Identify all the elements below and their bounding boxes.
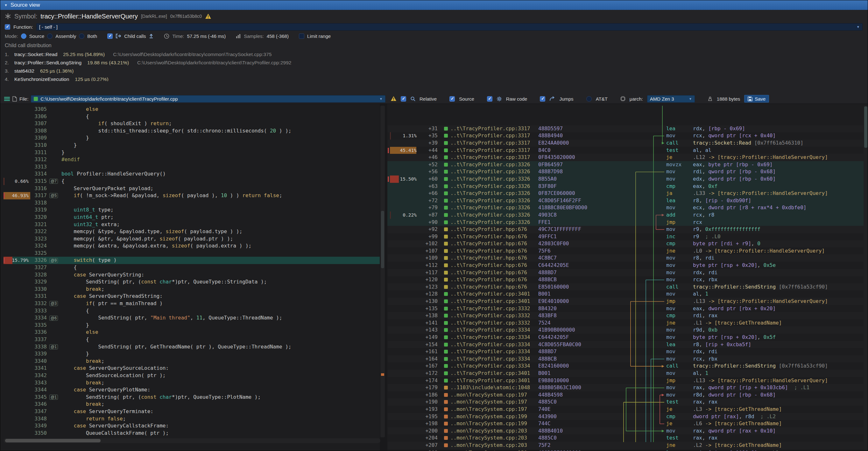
asm-source-location[interactable]: ..t\TracyProfiler.cpp:3401 <box>451 370 535 377</box>
source-line-3336[interactable]: 3336else <box>3 329 380 336</box>
raw-code-checkbox[interactable] <box>487 96 492 101</box>
source-vertical-scrollbar[interactable] <box>380 106 385 437</box>
asm-row-+102[interactable]: +102..t\TracyProfiler.hpp:67642803C0F00c… <box>388 240 864 247</box>
asm-row-+195[interactable]: +195..mon\TracySystem.cpp:199443900cmpdw… <box>388 413 864 420</box>
limit-range-checkbox[interactable] <box>299 33 304 39</box>
asm-row-+79[interactable]: +79..t\TracyProfiler.cpp:3326418B8C80E0B… <box>388 204 864 211</box>
mode-option-source[interactable]: Source <box>29 33 44 39</box>
asm-row-+87[interactable]: 0.22%+87..t\TracyProfiler.cpp:33264903C8… <box>388 211 864 219</box>
source-line-3319[interactable]: 3319uint8_t type; <box>3 206 380 214</box>
source-line-3305[interactable]: 3305else <box>3 106 380 113</box>
source-line-3327[interactable]: 3327{ <box>3 264 380 271</box>
asm-row-+209[interactable]: +209..mon\TracySystem.cpp:258488D35E8861… <box>388 449 864 451</box>
asm-source-location[interactable]: ..t\TracyProfiler.cpp:3326 <box>451 211 535 219</box>
mode-radio-assembly[interactable] <box>47 33 53 39</box>
asm-source-location[interactable]: ..t\TracyProfiler.hpp:676 <box>451 233 535 240</box>
asm-row-+60[interactable]: 15.50%+60..t\TracyProfiler.cpp:33268B55A… <box>388 176 864 183</box>
asm-source-location[interactable]: ..t\TracyProfiler.cpp:3326 <box>451 183 535 190</box>
asm-row-+63[interactable]: +63..t\TracyProfiler.cpp:332683F80Fcmpea… <box>388 183 864 190</box>
asm-row-+190[interactable]: +190..mon\TracySystem.cpp:1974885C0testr… <box>388 398 864 406</box>
asm-row-+204[interactable]: +204..mon\TracySystem.cpp:2034885C0testr… <box>388 434 864 442</box>
child-call-item[interactable]: 2.tracy::Profiler::SendLongString19.88 m… <box>5 59 868 67</box>
asm-source-location[interactable]: ..t\TracyProfiler.cpp:3317 <box>451 147 535 154</box>
asm-source-location[interactable]: ..t\TracyProfiler.cpp:3326 <box>451 168 535 176</box>
source-line-3339[interactable]: 3339} <box>3 350 380 358</box>
asm-row-+31[interactable]: +31..t\TracyProfiler.cpp:3317488D5597lea… <box>388 125 864 132</box>
asm-source-location[interactable]: ..t\TracyProfiler.hpp:676 <box>451 262 535 269</box>
child-calls-checkbox[interactable] <box>107 33 113 39</box>
source-line-3344[interactable]: 3344case ServerQueryPlotName: <box>3 386 380 394</box>
file-path-dropdown[interactable]: C:\Users\wolf\Desktop\darkrl\contrib\tra… <box>31 95 385 102</box>
source-line-3323[interactable]: 3323memcpy( &ptr, &payload.ptr, sizeof( … <box>3 235 380 243</box>
child-call-item[interactable]: 3.stat64i32625 μs (1.36%) <box>5 67 868 75</box>
asm-source-location[interactable]: ..t\TracyProfiler.cpp:3326 <box>451 161 535 169</box>
asm-source-location[interactable]: ..mon\TracySystem.cpp:197 <box>451 406 535 413</box>
uarch-dropdown[interactable]: AMD Zen 3 ▼ <box>647 95 695 102</box>
asm-row-+186[interactable]: +186..mon\TracySystem.cpp:197448B4598mov… <box>388 391 864 399</box>
asm-row-+92[interactable]: +92..t\TracyProfiler.hpp:67649C7C1FFFFFF… <box>388 226 864 233</box>
asm-row-+198[interactable]: +198..mon\TracySystem.cpp:199744Cje.L6 -… <box>388 420 864 427</box>
source-line-3334[interactable]: 3334@6SendString( ptr, "Main thread", 11… <box>3 314 380 322</box>
asm-row-+99[interactable]: +99..t\TracyProfiler.hpp:67649FFC1incr9 … <box>388 233 864 240</box>
source-line-3314[interactable]: 3314bool Profiler::HandleServerQuery() <box>3 171 380 178</box>
assembly-vertical-scrollbar[interactable] <box>864 106 868 450</box>
source-line-3347[interactable]: 3347case ServerQueryTerminate: <box>3 408 380 415</box>
asm-row-+135[interactable]: +135..t\TracyProfiler.cpp:33328B4320move… <box>388 305 864 312</box>
scrollbar-thumb[interactable] <box>864 107 867 148</box>
source-line-3312[interactable]: 3312#endif <box>3 156 380 163</box>
source-line-3310[interactable]: 3310} <box>3 142 380 149</box>
source-checkbox[interactable] <box>450 96 455 101</box>
asm-row-+35[interactable]: 1.31%+35..t\TracyProfiler.cpp:3317488B49… <box>388 132 864 140</box>
source-line-3315[interactable]: 0.66%3315@7{ <box>3 178 380 185</box>
asm-source-location[interactable]: ..t\TracyProfiler.cpp:3401 <box>451 298 535 305</box>
asm-row-+56[interactable]: +56..t\TracyProfiler.cpp:3326488B7D98mov… <box>388 168 864 176</box>
source-line-3349[interactable]: 3349case ServerQueryCallstackFrame: <box>3 422 380 430</box>
function-checkbox[interactable] <box>5 24 10 30</box>
asm-row-+200[interactable]: +200..mon\TracySystem.cpp:203488B4010mov… <box>388 427 864 435</box>
source-line-3341[interactable]: 3341case ServerQuerySourceLocation: <box>3 365 380 372</box>
asm-row-+179[interactable]: +179..1103\include\atomic:1048488B05B63C… <box>388 384 864 391</box>
child-call-item[interactable]: 1.tracy::Socket::Read25.25 ms (54.89%)C:… <box>5 50 868 59</box>
asm-row-+66[interactable]: +66..t\TracyProfiler.cpp:33260F87CE06000… <box>388 190 864 197</box>
source-line-3324[interactable]: 3324memcpy( &extra, &payload.extra, size… <box>3 242 380 250</box>
source-line-3318[interactable]: 3318 <box>3 200 380 207</box>
scrollbar-thumb[interactable] <box>5 439 101 442</box>
asm-source-location[interactable]: ..mon\TracySystem.cpp:197 <box>451 398 535 406</box>
mode-option-both[interactable]: Both <box>87 33 97 39</box>
relative-label[interactable]: Relative <box>420 96 437 101</box>
asm-source-location[interactable]: ..t\TracyProfiler.hpp:676 <box>451 276 535 283</box>
source-line-3328[interactable]: 3328case ServerQueryString: <box>3 271 380 279</box>
child-call-item[interactable]: 4.KeSynchronizeExecution125 μs (0.27%) <box>5 75 868 81</box>
source-line-3345[interactable]: 3345@1SendString( ptr, (const char*)ptr,… <box>3 394 380 401</box>
asm-source-location[interactable]: ..mon\TracySystem.cpp:199 <box>451 420 535 427</box>
asm-source-location[interactable]: ..t\TracyProfiler.hpp:676 <box>451 247 535 255</box>
source-line-3308[interactable]: 3308std::this_thread::sleep_for( std::ch… <box>3 127 380 135</box>
asm-source-location[interactable]: ..t\TracyProfiler.cpp:3332 <box>451 305 535 312</box>
source-label[interactable]: Source <box>459 96 474 101</box>
asm-row-+112[interactable]: +112..t\TracyProfiler.hpp:676C64424205Em… <box>388 262 864 269</box>
asm-source-location[interactable]: ..mon\TracySystem.cpp:258 <box>451 449 535 451</box>
source-line-3322[interactable]: 3322memcpy( &type, &payload.type, sizeof… <box>3 228 380 235</box>
asm-source-location[interactable]: ..t\TracyProfiler.cpp:3317 <box>451 132 535 140</box>
source-line-3342[interactable]: 3342SendSourceLocation( ptr ); <box>3 372 380 379</box>
asm-source-location[interactable]: ..t\TracyProfiler.hpp:676 <box>451 240 535 247</box>
source-line-3333[interactable]: 3333{ <box>3 307 380 315</box>
asm-source-location[interactable]: ..t\TracyProfiler.cpp:3334 <box>451 341 535 349</box>
jumps-checkbox[interactable] <box>540 96 545 101</box>
source-line-3335[interactable]: 3335} <box>3 322 380 329</box>
source-line-3316[interactable]: 3316ServerQueryPacket payload; <box>3 185 380 192</box>
source-line-3311[interactable]: 3311} <box>3 149 380 156</box>
asm-source-location[interactable]: ..t\TracyProfiler.hpp:676 <box>451 283 535 291</box>
asm-row-+120[interactable]: +120..t\TracyProfiler.hpp:676488BCBmovrc… <box>388 276 864 283</box>
asm-source-location[interactable]: ..t\TracyProfiler.cpp:3334 <box>451 348 535 356</box>
source-line-3337[interactable]: 3337{ <box>3 336 380 343</box>
source-line-3313[interactable]: 3313 <box>3 163 380 171</box>
asm-row-+207[interactable]: +207..mon\TracySystem.cpp:20375F2jne.L2 … <box>388 442 864 449</box>
asm-source-location[interactable]: ..t\TracyProfiler.cpp:3317 <box>451 125 535 132</box>
child-calls-label[interactable]: Child calls <box>124 33 146 39</box>
asm-row-+149[interactable]: +149..t\TracyProfiler.cpp:3334C64424205F… <box>388 334 864 341</box>
asm-row-+172[interactable]: +172..t\TracyProfiler.cpp:3401B001moval,… <box>388 370 864 377</box>
asm-source-location[interactable]: ..mon\TracySystem.cpp:199 <box>451 413 535 420</box>
source-line-3332[interactable]: 3332@3if( ptr == m_mainThread ) <box>3 300 380 307</box>
up-arrow-button[interactable] <box>149 33 154 38</box>
